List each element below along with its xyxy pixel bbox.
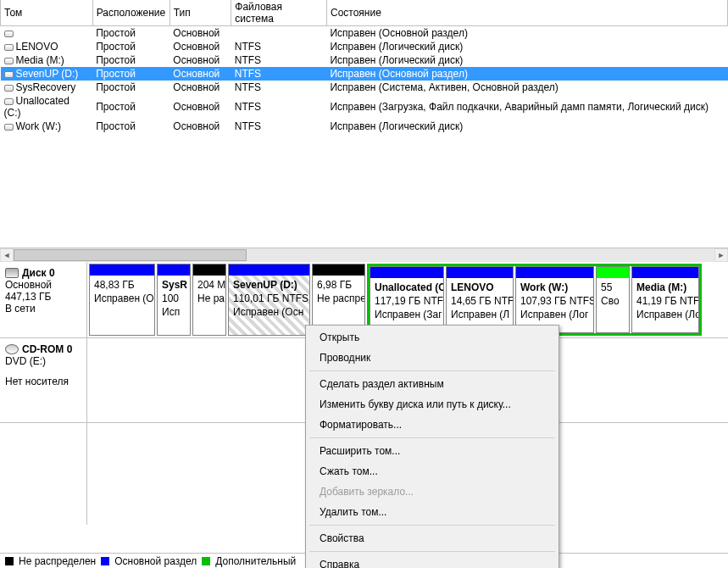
table-cell: Простой: [92, 67, 169, 81]
legend-extended-swatch: [202, 557, 210, 565]
volume-table-hscroll[interactable]: ◄ ►: [0, 248, 728, 261]
legend-unallocated-swatch: [5, 557, 14, 565]
table-cell: NTFS: [231, 120, 327, 133]
partition-title: LENOVO: [451, 281, 508, 293]
table-row[interactable]: SevenUP (D:)ПростойОсновнойNTFSИсправен …: [1, 67, 728, 81]
table-cell: NTFS: [231, 67, 327, 81]
table-cell: Основной: [169, 120, 231, 133]
legend-unallocated-label: Не распределен: [19, 555, 96, 567]
disk-0-size: 447,13 ГБ: [5, 291, 81, 303]
volume-icon: [4, 31, 14, 37]
cdrom-label: CD-ROM 0 DVD (E:) Нет носителя: [0, 338, 87, 422]
partition-status: Исправен (Заг: [375, 309, 439, 320]
context-menu[interactable]: ОткрытьПроводникСделать раздел активнымИ…: [305, 325, 559, 568]
cdrom-state: Нет носителя: [5, 376, 81, 387]
partition-status: Исправен (Ло: [636, 309, 694, 320]
partition-status: Не распред: [317, 292, 360, 304]
menu-item[interactable]: Расширить том...: [308, 441, 557, 461]
column-header[interactable]: Файловая система: [231, 0, 327, 26]
partition-status: Исправен (Л: [451, 309, 508, 320]
partition[interactable]: Work (W:)107,93 ГБ NTFSИсправен (Лог: [515, 266, 594, 333]
menu-item[interactable]: Сжать том...: [308, 461, 557, 482]
scroll-right-icon[interactable]: ►: [714, 248, 728, 262]
scroll-left-icon[interactable]: ◄: [0, 248, 14, 262]
menu-item[interactable]: Проводник: [308, 348, 557, 368]
table-cell: SysRecovery: [1, 81, 93, 94]
volume-icon: [4, 44, 14, 51]
partition-cap: [313, 265, 364, 276]
partition-cap: [632, 267, 698, 278]
partition-title: SysR: [162, 279, 186, 291]
partition[interactable]: Unallocated (C117,19 ГБ NTFSИсправен (За…: [370, 266, 444, 333]
partition[interactable]: LENOVO14,65 ГБ NTFИсправен (Л: [446, 266, 514, 333]
partition[interactable]: 204 МНе ра: [192, 264, 226, 336]
partition-cap: [90, 265, 154, 276]
partition-title: Unallocated (C: [375, 281, 439, 293]
menu-item: Добавить зеркало...: [308, 482, 557, 502]
cdrom-icon: [5, 344, 19, 354]
table-cell: Простой: [92, 40, 169, 53]
partition-size: 204 М: [197, 279, 221, 291]
column-header[interactable]: Том: [1, 0, 93, 26]
menu-item[interactable]: Изменить букву диска или путь к диску...: [308, 394, 557, 415]
partition-body: SysR100Исп: [158, 276, 190, 335]
partition-size: 14,65 ГБ NTF: [451, 295, 508, 307]
table-row[interactable]: Media (M:)ПростойОсновнойNTFSИсправен (Л…: [1, 53, 728, 67]
partition-cap: [158, 265, 190, 276]
column-header[interactable]: Тип: [169, 0, 231, 26]
partition-body: 48,83 ГБИсправен (Ос: [90, 276, 154, 335]
table-cell: Work (W:): [1, 120, 93, 133]
table-row[interactable]: ПростойОсновнойИсправен (Основной раздел…: [1, 26, 728, 41]
scroll-track[interactable]: [14, 248, 714, 262]
legend-primary-label: Основной раздел: [114, 555, 197, 567]
menu-item[interactable]: Сделать раздел активным: [308, 374, 557, 394]
partition-status: Исп: [162, 306, 186, 318]
table-cell: Исправен (Логический диск): [326, 120, 727, 133]
table-cell: Простой: [92, 120, 169, 133]
menu-separator: [309, 525, 555, 526]
partition-title: SevenUP (D:): [233, 279, 305, 291]
table-cell: Простой: [92, 26, 169, 41]
table-cell: Media (M:): [1, 53, 93, 67]
menu-separator: [309, 551, 555, 552]
volume-icon: [4, 58, 14, 64]
partition[interactable]: 48,83 ГБИсправен (Ос: [89, 264, 155, 336]
partition-cap: [193, 265, 225, 276]
partition[interactable]: 55 Сво: [596, 266, 630, 333]
table-cell: Основной: [169, 26, 231, 41]
menu-item[interactable]: Свойства: [308, 528, 557, 549]
menu-item[interactable]: Справка: [308, 554, 557, 568]
partition[interactable]: SysR100Исп: [157, 264, 191, 336]
partition-cap: [597, 267, 629, 278]
partition-size: 107,93 ГБ NTFS: [520, 295, 589, 307]
menu-item[interactable]: Открыть: [308, 327, 557, 348]
menu-item[interactable]: Форматировать...: [308, 415, 557, 435]
partition-size: 41,19 ГБ NTFS: [636, 295, 694, 307]
table-cell: Простой: [92, 81, 169, 94]
table-cell: [1, 26, 93, 41]
menu-separator: [309, 437, 555, 438]
column-header[interactable]: Состояние: [326, 0, 727, 26]
cdrom-type: DVD (E:): [5, 355, 81, 367]
table-row[interactable]: LENOVOПростойОсновнойNTFSИсправен (Логич…: [1, 40, 728, 53]
table-row[interactable]: Work (W:)ПростойОсновнойNTFSИсправен (Ло…: [1, 120, 728, 133]
partition-title: Work (W:): [520, 281, 589, 293]
partition[interactable]: SevenUP (D:)110,01 ГБ NTFSИсправен (Осн: [228, 264, 310, 336]
partition[interactable]: Media (M:)41,19 ГБ NTFSИсправен (Ло: [631, 266, 699, 333]
table-cell: Исправен (Система, Активен, Основной раз…: [326, 81, 727, 94]
scroll-thumb[interactable]: [14, 249, 247, 261]
partition-status: Исправен (Ос: [94, 292, 150, 304]
volume-icon: [4, 71, 14, 78]
column-header[interactable]: Расположение: [92, 0, 169, 26]
volume-table[interactable]: ТомРасположениеТипФайловая системаСостоя…: [0, 0, 728, 133]
table-cell: Основной: [169, 40, 231, 53]
partition-body: 55 Сво: [597, 278, 629, 332]
table-row[interactable]: SysRecoveryПростойОсновнойNTFSИсправен (…: [1, 81, 728, 94]
menu-item[interactable]: Удалить том...: [308, 502, 557, 522]
table-row[interactable]: Unallocated (C:)ПростойОсновнойNTFSИспра…: [1, 94, 728, 120]
cdrom-title: CD-ROM 0: [22, 343, 72, 355]
partition-status: Не ра: [197, 292, 221, 304]
partition-cap: [229, 265, 309, 276]
partition-cap: [447, 267, 513, 278]
table-cell: Исправен (Основной раздел): [326, 67, 727, 81]
